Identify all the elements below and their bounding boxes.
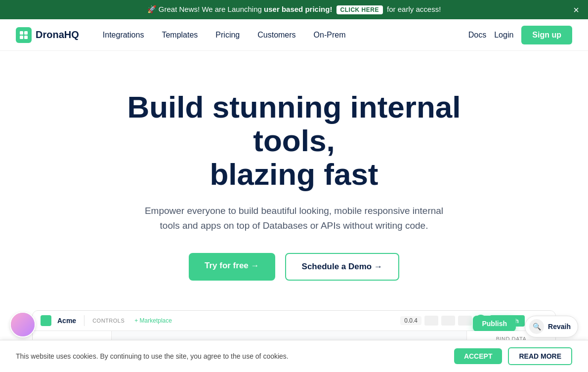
banner-text: 🚀 Great News! We are Launching user base… — [147, 5, 441, 13]
nav-login-link[interactable]: Login — [494, 31, 513, 40]
banner-bold: user based pricing! — [264, 5, 332, 13]
app-icon-desktop[interactable] — [424, 316, 438, 326]
cookie-accept-button[interactable]: ACCEPT — [454, 348, 503, 364]
app-marketplace-label[interactable]: + Marketplace — [134, 317, 172, 324]
nav-customers[interactable]: Customers — [250, 27, 303, 43]
hero-subtext: Empower everyone to build beautiful look… — [141, 204, 447, 234]
nav-right: Docs Login Sign up — [468, 26, 572, 44]
schedule-demo-button[interactable]: Schedule a Demo → — [285, 253, 399, 281]
revaih-widget[interactable]: 🔍 Revaih — [525, 316, 578, 337]
revaih-label: Revaih — [548, 323, 571, 331]
banner-suffix: for early access! — [387, 5, 441, 13]
avatar-image — [11, 313, 35, 336]
cookie-text: This website uses cookies. By continuing… — [16, 352, 454, 360]
cookie-read-more-button[interactable]: READ MORE — [508, 347, 572, 365]
svg-rect-1 — [24, 31, 28, 35]
cookie-bar: This website uses cookies. By continuing… — [0, 340, 588, 372]
banner-prefix: 🚀 Great News! We are Launching — [147, 5, 262, 13]
svg-rect-2 — [20, 36, 23, 39]
hero-heading-line1: Build stunning internal tools, — [127, 90, 461, 158]
hero-heading-line2: blazing fast — [210, 157, 378, 191]
svg-rect-0 — [20, 31, 23, 35]
svg-rect-3 — [24, 36, 28, 39]
logo-text: DronaHQ — [36, 29, 79, 41]
logo-link[interactable]: DronaHQ — [16, 27, 79, 43]
app-company-name: Acme — [57, 317, 76, 325]
revaih-icon: 🔍 — [529, 319, 544, 334]
cookie-actions: ACCEPT READ MORE — [454, 347, 572, 365]
nav-onprem[interactable]: On-Prem — [306, 27, 354, 43]
nav-templates[interactable]: Templates — [154, 27, 206, 43]
app-icon-mobile[interactable] — [458, 316, 472, 326]
app-version-badge: 0.0.4 — [400, 316, 421, 325]
announcement-banner: 🚀 Great News! We are Launching user base… — [0, 0, 588, 19]
hero-buttons: Try for free → Schedule a Demo → — [10, 253, 578, 281]
nav-signup-button[interactable]: Sign up — [521, 26, 572, 44]
app-controls-label: CONTROLS — [92, 318, 125, 324]
hero-section: Build stunning internal tools, blazing f… — [0, 51, 588, 372]
nav-integrations[interactable]: Integrations — [95, 27, 152, 43]
logo-icon — [16, 27, 32, 43]
nav-docs-link[interactable]: Docs — [468, 31, 486, 40]
navbar: DronaHQ Integrations Templates Pricing C… — [0, 19, 588, 51]
app-divider — [84, 315, 84, 326]
hero-heading: Build stunning internal tools, blazing f… — [106, 90, 482, 192]
app-icon-tablet[interactable] — [441, 316, 455, 326]
try-free-button[interactable]: Try for free → — [189, 253, 275, 281]
publish-badge[interactable]: Publish — [473, 316, 516, 331]
user-avatar[interactable] — [10, 312, 36, 337]
banner-close-button[interactable]: × — [573, 5, 579, 15]
banner-cta[interactable]: CLICK HERE — [336, 5, 383, 14]
nav-pricing[interactable]: Pricing — [208, 27, 248, 43]
app-logo-icon — [41, 315, 51, 326]
app-logo-area — [41, 315, 51, 326]
nav-links: Integrations Templates Pricing Customers… — [95, 27, 468, 43]
